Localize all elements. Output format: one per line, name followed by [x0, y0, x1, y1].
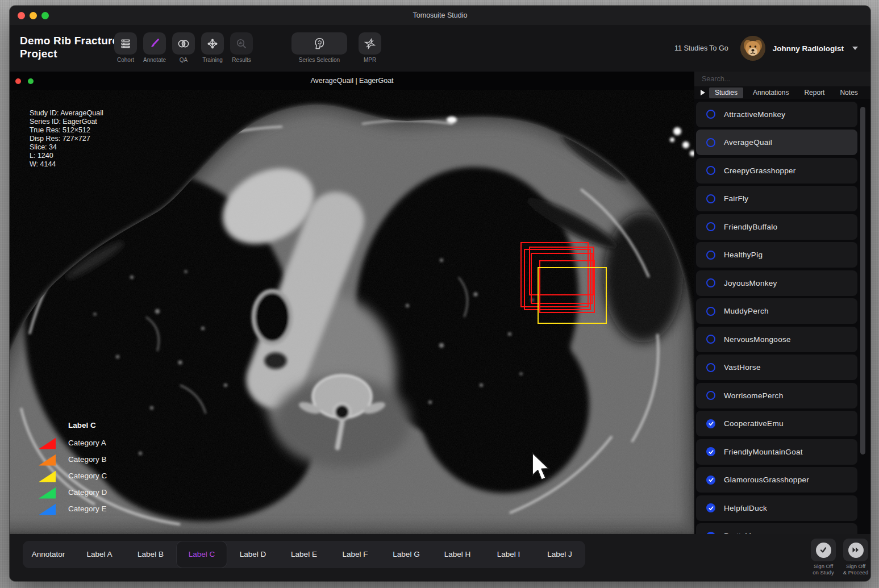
- sidebar-tab-annotations[interactable]: Annotations: [747, 87, 794, 98]
- sidebar-tab-notes[interactable]: Notes: [834, 87, 863, 98]
- study-list-item[interactable]: NervousMongoose: [696, 327, 857, 352]
- overlay-info-line: L: 1240: [30, 152, 103, 160]
- overlay-info-line: Slice: 34: [30, 143, 103, 152]
- sign-off-and-proceed-button[interactable]: Sign Off & Proceed: [843, 539, 869, 576]
- results-button[interactable]: Results: [230, 32, 253, 63]
- label-tab-label-j[interactable]: Label J: [534, 541, 585, 568]
- cohort-button[interactable]: Cohort: [114, 32, 137, 63]
- label-tab-label-c[interactable]: Label C: [176, 541, 227, 568]
- chevron-down-icon[interactable]: [852, 47, 858, 50]
- qa-button[interactable]: QA: [172, 32, 195, 63]
- overlay-info-line: W: 4144: [30, 160, 103, 169]
- label-tab-annotator[interactable]: Annotator: [23, 541, 74, 568]
- server-stack-icon: [120, 38, 131, 49]
- study-list-item[interactable]: PrettyMouse: [696, 523, 857, 534]
- collapse-arrow-icon[interactable]: [701, 90, 705, 95]
- titlebar: Tomosuite Studio: [10, 6, 870, 25]
- study-name: FriendlyMountainGoat: [724, 448, 803, 456]
- user-name: Johnny Radiologist: [773, 44, 844, 53]
- study-name: JoyousMonkey: [724, 279, 777, 287]
- study-name: AttractiveMonkey: [724, 110, 785, 119]
- app-window: Tomosuite Studio Demo Rib Fracture Proje…: [10, 6, 870, 581]
- radio-icon[interactable]: [706, 138, 715, 147]
- study-list-item[interactable]: AttractiveMonkey: [696, 102, 857, 127]
- legend-label: Category A: [68, 439, 106, 447]
- study-name: CooperativeEmu: [724, 419, 784, 428]
- legend-label: Category B: [68, 455, 107, 464]
- label-tab-label-f[interactable]: Label F: [330, 541, 381, 568]
- study-list-item[interactable]: FairFly: [696, 186, 857, 211]
- bounding-box-annotation[interactable]: [538, 267, 607, 324]
- study-list-item[interactable]: HelpfulDuck: [696, 495, 857, 521]
- main-area: AverageQuail | EagerGoat: [10, 72, 870, 534]
- network-graph-icon: [207, 38, 218, 49]
- radio-icon[interactable]: [706, 363, 715, 372]
- overlay-info-line: Disp Res: 727×727: [30, 135, 103, 143]
- study-list-item[interactable]: CooperativeEmu: [696, 411, 857, 436]
- study-list-item[interactable]: GlamorousGrasshopper: [696, 467, 857, 493]
- label-tab-label-h[interactable]: Label H: [432, 541, 483, 568]
- study-list: AttractiveMonkeyAverageQuailCreepyGrassh…: [694, 99, 870, 534]
- legend-item: Category B: [39, 451, 107, 468]
- window-title: Tomosuite Studio: [10, 6, 870, 25]
- checked-radio-icon[interactable]: [706, 419, 715, 428]
- legend-label: Category C: [68, 472, 107, 480]
- search-input[interactable]: Search...: [694, 72, 870, 86]
- radio-icon[interactable]: [706, 194, 715, 203]
- label-tab-label-d[interactable]: Label D: [227, 541, 278, 568]
- study-list-item[interactable]: FriendlyMountainGoat: [696, 439, 857, 465]
- legend-item: Category E: [39, 501, 107, 517]
- annotate-button[interactable]: Annotate: [143, 32, 166, 63]
- study-name: HealthyPig: [724, 251, 763, 259]
- fast-forward-circle-icon: [848, 543, 864, 558]
- study-list-item[interactable]: HealthyPig: [696, 242, 857, 268]
- overlay-info-line: Study ID: AverageQuail: [30, 109, 103, 118]
- study-list-item[interactable]: MuddyPerch: [696, 298, 857, 324]
- ct-image-viewport[interactable]: Study ID: AverageQuailSeries ID: EagerGo…: [10, 90, 694, 534]
- sidebar-tabs: StudiesAnnotationsReportNotes: [694, 86, 870, 99]
- checked-radio-icon[interactable]: [706, 503, 715, 512]
- bottom-bar: AnnotatorLabel ALabel BLabel CLabel DLab…: [10, 534, 870, 581]
- study-list-item[interactable]: JoyousMonkey: [696, 270, 857, 296]
- label-tab-label-e[interactable]: Label E: [278, 541, 330, 568]
- training-button[interactable]: Training: [201, 32, 224, 63]
- header-right: 11 Studies To Go Johnny Radiologist: [674, 25, 858, 72]
- check-circle-icon: [816, 543, 831, 558]
- category-triangle-icon: [39, 453, 56, 466]
- legend-title: Label C: [68, 421, 107, 429]
- radio-icon[interactable]: [706, 335, 715, 344]
- radio-icon[interactable]: [706, 110, 715, 119]
- radio-icon[interactable]: [706, 278, 715, 287]
- sidebar-tab-studies[interactable]: Studies: [709, 87, 743, 98]
- checked-radio-icon[interactable]: [706, 476, 715, 485]
- checked-radio-icon[interactable]: [706, 447, 715, 456]
- overlay-info-line: Series ID: EagerGoat: [30, 118, 103, 126]
- sign-off-on-study-button[interactable]: Sign Off on Study: [810, 539, 836, 576]
- label-tab-label-b[interactable]: Label B: [125, 541, 176, 568]
- head-brain-icon: [313, 37, 326, 51]
- label-tab-label-i[interactable]: Label I: [483, 541, 534, 568]
- category-triangle-icon: [39, 470, 56, 482]
- legend-item: Category A: [39, 435, 107, 451]
- label-tab-label-g[interactable]: Label G: [381, 541, 432, 568]
- dog-avatar-icon: [740, 36, 765, 61]
- study-list-item[interactable]: CreepyGrasshopper: [696, 158, 857, 184]
- image-viewer: AverageQuail | EagerGoat: [10, 72, 694, 534]
- avatar[interactable]: [740, 36, 765, 61]
- study-info-overlay: Study ID: AverageQuailSeries ID: EagerGo…: [30, 109, 103, 169]
- sidebar-tab-report[interactable]: Report: [798, 87, 830, 98]
- radio-icon[interactable]: [706, 251, 715, 260]
- label-tab-label-a[interactable]: Label A: [74, 541, 125, 568]
- mpr-button[interactable]: MPR: [359, 32, 381, 63]
- study-list-item[interactable]: WorrisomePerch: [696, 383, 857, 408]
- radio-icon[interactable]: [706, 166, 715, 175]
- radio-icon[interactable]: [706, 391, 715, 400]
- legend-label: Category E: [68, 504, 107, 513]
- study-list-item[interactable]: AverageQuail: [696, 130, 857, 155]
- radio-icon[interactable]: [706, 222, 715, 231]
- radio-icon[interactable]: [706, 307, 715, 316]
- study-list-item[interactable]: FriendlyBuffalo: [696, 214, 857, 240]
- series-selection-button[interactable]: Series Selection: [291, 32, 347, 63]
- scrollbar-thumb[interactable]: [860, 107, 865, 454]
- study-list-item[interactable]: VastHorse: [696, 355, 857, 380]
